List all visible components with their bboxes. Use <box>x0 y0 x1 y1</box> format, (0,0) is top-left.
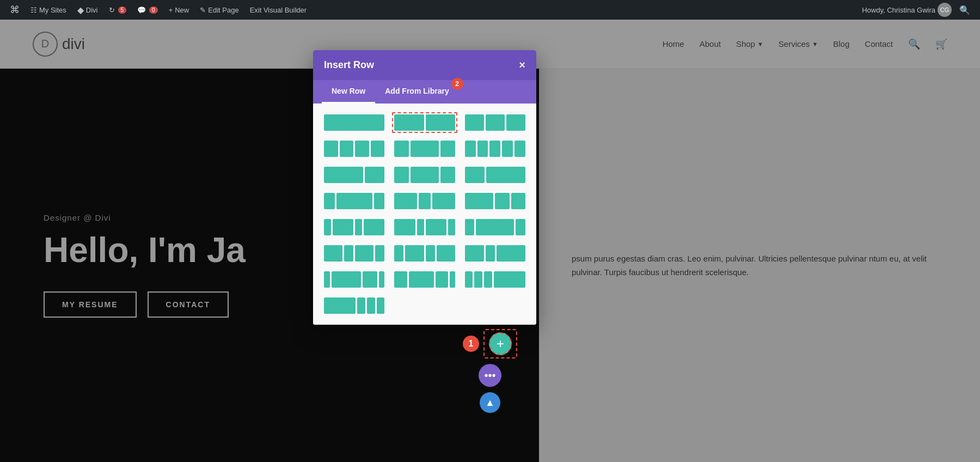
layout-1col[interactable] <box>322 112 387 133</box>
divi-icon: ◆ <box>77 5 84 15</box>
divi-menu[interactable]: ◆ Divi <box>72 0 103 20</box>
col <box>465 114 484 131</box>
layout-2col-equal[interactable] <box>392 112 457 133</box>
insert-row-modal: Insert Row × New Row Add From Library 2 <box>313 50 536 325</box>
layout-3col-varied1[interactable] <box>392 165 457 185</box>
col <box>426 245 435 262</box>
wp-icon: ⌘ <box>10 4 20 16</box>
col <box>465 271 473 288</box>
col <box>426 114 455 131</box>
layout-4col-varied1[interactable] <box>322 217 387 238</box>
layout-3col-wide-narrow[interactable] <box>463 191 528 211</box>
layout-4col-varied4[interactable] <box>392 243 457 264</box>
col <box>394 271 407 288</box>
col <box>474 271 482 288</box>
col <box>324 167 363 183</box>
col <box>394 245 403 262</box>
col <box>355 141 369 157</box>
col <box>426 219 446 235</box>
col <box>355 219 362 235</box>
col <box>417 219 424 235</box>
col <box>440 141 455 157</box>
updates-icon: ↻ <box>109 6 115 14</box>
col <box>324 297 356 314</box>
close-button[interactable]: × <box>519 59 525 71</box>
col <box>374 193 385 209</box>
layout-2col-narrow-wide[interactable] <box>463 165 528 185</box>
add-row-button[interactable]: + <box>489 332 512 355</box>
col <box>476 219 514 235</box>
col <box>506 114 525 131</box>
col <box>324 114 384 131</box>
blue-action-button[interactable]: ▲ <box>480 392 500 413</box>
modal-header: Insert Row × <box>313 50 536 80</box>
layout-4col-varied2[interactable] <box>392 217 457 238</box>
sites-icon: ☷ <box>30 6 37 14</box>
layout-4col-varied5[interactable] <box>392 269 457 290</box>
wp-logo[interactable]: ⌘ <box>4 0 25 20</box>
new-menu[interactable]: + New <box>163 0 195 20</box>
col <box>336 193 372 209</box>
col <box>411 167 439 183</box>
avatar: CG <box>938 3 952 17</box>
layout-3col-wide-mid-wide[interactable] <box>392 191 457 211</box>
layout-3col-narrow-mid-narrow[interactable] <box>463 217 528 238</box>
col <box>394 114 424 131</box>
add-row-dashed-box[interactable]: + <box>483 329 517 358</box>
col <box>419 193 430 209</box>
col <box>364 219 384 235</box>
layout-2col-wide-narrow[interactable] <box>322 165 387 185</box>
pencil-icon: ✎ <box>200 6 206 14</box>
col <box>486 245 495 262</box>
updates-menu[interactable]: ↻ 5 <box>103 0 132 20</box>
col <box>365 167 384 183</box>
col <box>405 245 424 262</box>
edit-page-btn[interactable]: ✎ Edit Page <box>194 0 244 20</box>
col <box>357 297 365 314</box>
layout-3col-narrow-wide-narrow[interactable] <box>322 191 387 211</box>
tab-new-row[interactable]: New Row <box>322 80 375 104</box>
col <box>477 141 488 157</box>
admin-bar: ⌘ ☷ My Sites ◆ Divi ↻ 5 💬 0 + New ✎ Edit… <box>0 0 980 20</box>
col <box>324 245 342 262</box>
col <box>486 114 505 131</box>
layout-5col-equal[interactable] <box>463 138 528 159</box>
comments-icon: 💬 <box>137 6 146 14</box>
col <box>432 193 455 209</box>
col <box>411 141 439 157</box>
col <box>332 271 361 288</box>
col <box>394 141 408 157</box>
col <box>394 167 408 183</box>
col <box>465 193 494 209</box>
tab-add-library[interactable]: Add From Library 2 <box>375 80 458 104</box>
comments-menu[interactable]: 💬 0 <box>132 0 163 20</box>
col <box>448 219 455 235</box>
more-options-button[interactable]: ••• <box>479 364 501 387</box>
col <box>486 167 525 183</box>
col <box>489 141 500 157</box>
col <box>333 219 353 235</box>
floating-add: 1 + ••• ▲ <box>463 329 517 413</box>
modal-title: Insert Row <box>324 59 374 71</box>
col <box>514 141 525 157</box>
col <box>437 245 455 262</box>
layout-3col-equal[interactable] <box>463 112 528 133</box>
add-row-wrapper: 1 + <box>463 329 517 358</box>
layout-4col-wide-equal[interactable] <box>322 269 387 290</box>
col <box>497 245 525 262</box>
layout-4col-last1[interactable] <box>463 269 528 290</box>
col <box>324 271 330 288</box>
layout-4col-equal[interactable] <box>322 138 387 159</box>
layout-4col-last2[interactable] <box>322 295 387 316</box>
site-wrapper: D divi Home About Shop ▼ Services ▼ Blog… <box>0 20 980 462</box>
col <box>324 141 338 157</box>
col <box>440 167 455 183</box>
col <box>363 271 377 288</box>
col <box>465 141 476 157</box>
layout-4col-varied3[interactable] <box>322 243 387 264</box>
exit-vb-btn[interactable]: Exit Visual Builder <box>244 0 313 20</box>
layout-3col-mid-wide2[interactable] <box>463 243 528 264</box>
layout-3col-mid-wide[interactable] <box>392 138 457 159</box>
my-sites-menu[interactable]: ☷ My Sites <box>25 0 72 20</box>
search-admin-icon[interactable]: 🔍 <box>959 5 970 15</box>
